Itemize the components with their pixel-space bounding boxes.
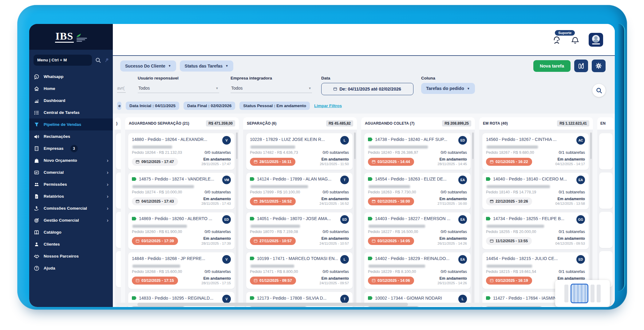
sidebar-item-catalogo[interactable]: Catálogo: [29, 226, 113, 238]
filter-chip-data-final: Data Final : 02/02/2026: [184, 102, 235, 110]
redacted-company-line: [132, 265, 180, 268]
sidebar-item-dashboard[interactable]: Dashboard: [29, 95, 113, 107]
user-avatar[interactable]: [589, 33, 603, 47]
order-value: Pedido 18240 - R$ 26.386,97: [368, 150, 418, 155]
column-scrollbar[interactable]: [472, 132, 474, 305]
notifications-button[interactable]: [571, 35, 579, 44]
avatar-photo: [592, 35, 600, 43]
date-range-input[interactable]: De: 04/11/2025 até 02/02/2026: [321, 83, 413, 95]
subtasks-count: 0/1 subtarefas: [559, 190, 585, 194]
pin-icon[interactable]: [105, 58, 109, 63]
task-card[interactable]: [116, 212, 121, 248]
horizontal-scrollbar-thumb[interactable]: [137, 303, 408, 306]
sidebar-item-ajuda[interactable]: Ajuda: [29, 262, 113, 274]
task-card[interactable]: [599, 173, 613, 209]
sidebar-item-clientes[interactable]: Clientes: [29, 238, 113, 250]
responsible-select[interactable]: Todos▼: [138, 84, 219, 93]
card-title: 14738 - Pedido - 18240 - ALFF SUP...: [375, 136, 456, 142]
sidebar-item-label: Nossos Parceiros: [44, 254, 79, 258]
task-card[interactable]: 14402 - Pedido - 18229 - REINALDO...EA P…: [364, 252, 471, 289]
column-scrollbar[interactable]: [236, 132, 238, 305]
task-card[interactable]: 10199 - 17471 - MARCELO TOMASI EN...L Pe…: [246, 252, 353, 289]
support-button[interactable]: Suporte: [552, 35, 562, 45]
megaphone-icon: [34, 134, 40, 139]
flag-icon: [486, 177, 491, 181]
flag-icon: [250, 296, 255, 300]
task-card[interactable]: 14124 - Pedido - 17899 - ALAN MAG...T Pe…: [246, 173, 353, 209]
sidebar-item-permissoes[interactable]: Permissões ›: [29, 178, 113, 190]
task-card[interactable]: 14560 - Pedido - 18267 - CINTHIA ...AC P…: [482, 133, 589, 170]
keyword-input[interactable]: avr(: [117, 86, 126, 93]
sidebar-item-home[interactable]: Home: [29, 83, 113, 95]
flag-icon: [250, 177, 255, 181]
task-card[interactable]: [116, 251, 121, 287]
menu-shortcut[interactable]: Menu | Ctrl + M: [34, 55, 92, 66]
task-card[interactable]: 14403 - Pedido - 18227 - EMERSON ...EA P…: [364, 212, 471, 249]
task-card[interactable]: 14869 - Pedido - 18260 - ALBERTO ...ED P…: [128, 212, 235, 249]
sidebar-item-central-de-tarefas[interactable]: Central de Tarefas: [29, 107, 113, 118]
assignee-avatar: GG: [576, 215, 585, 224]
task-card[interactable]: 14880 - Pedido - 18264 - ALEXANDR...V Pe…: [128, 133, 235, 170]
filter-panel: Sucesso Do Cliente▼ Status das Tarefas▼ …: [113, 56, 615, 114]
due-date-pill: 02/12/2025 - 16:00: [368, 197, 414, 205]
task-card[interactable]: 14051 - Pedido - 18070 - JOSE AMA...ED P…: [246, 212, 353, 249]
status-date: 26/11/2025 - 11:50: [320, 162, 349, 166]
assignee-avatar: T: [340, 295, 349, 303]
sidebar-item-nossos-parceiros[interactable]: Nossos Parceiros: [29, 250, 113, 262]
columns-icon: [578, 63, 585, 69]
sidebar-item-empresas[interactable]: Empresas 3: [29, 142, 113, 154]
column-select[interactable]: Tarefas do pedido▼: [421, 83, 475, 94]
due-date-pill: 27/11/2025 - 10:57: [250, 237, 296, 245]
dropdown-sucesso-do-cliente[interactable]: Sucesso Do Cliente▼: [120, 60, 176, 72]
sidebar-item-whatsapp[interactable]: Whatsapp: [29, 71, 113, 83]
column-scrollbar[interactable]: [590, 132, 592, 305]
flag-icon: [250, 257, 255, 260]
status-date: 24/11/2025 - 16:52: [319, 201, 349, 206]
sidebar-item-relatorios[interactable]: Relatórios ›: [29, 190, 113, 202]
task-card[interactable]: [116, 173, 121, 209]
column-title: EM ROTA (40): [483, 121, 508, 126]
sidebar-item-comissoes-comercial[interactable]: Comissões Comercial ›: [29, 202, 113, 214]
clear-filters-link[interactable]: Limpar Filtros: [314, 103, 342, 108]
sidebar-item-novo-orcamento[interactable]: Novo Orçamento ›: [29, 154, 113, 166]
redacted-company-line: [251, 265, 294, 268]
task-card[interactable]: [116, 133, 121, 169]
app-window: IBS Menu | Ctrl + M Whatsapp Home: [29, 24, 615, 307]
chevron-right-icon: ›: [107, 182, 109, 187]
calendar-icon: [334, 87, 337, 91]
calendar-icon: [136, 279, 139, 282]
assignee-avatar: V: [222, 255, 231, 264]
calendar-icon: [490, 279, 493, 282]
task-card[interactable]: [599, 133, 613, 169]
search-icon[interactable]: [95, 57, 101, 63]
column-total-badge: R$ 45.485,82: [326, 120, 353, 126]
apply-search-button[interactable]: [592, 84, 606, 97]
task-card[interactable]: 14554 - Pedido - 18263 - ELIZE DE...EA P…: [364, 173, 471, 209]
order-value: Pedido 18229 - R$ 8.100,00: [368, 270, 416, 274]
task-card[interactable]: 14040 - Pedido - 18140 - CICERO M...EA P…: [482, 173, 589, 209]
card-title: 10199 - 17471 - MARCELO TOMASI EN...: [257, 255, 338, 261]
sidebar-item-reclamacoes[interactable]: Reclamações: [29, 130, 113, 142]
whatsapp-icon: [34, 74, 40, 80]
sidebar-item-pipeline-de-vendas[interactable]: Pipeline de Vendas: [29, 118, 113, 130]
subtasks-count: 0/0 subtarefas: [441, 229, 467, 234]
task-card[interactable]: 14848 - Pedido - 18268 - JP REPRE...V Pe…: [128, 252, 235, 289]
task-card[interactable]: 10228 - 17829 - LUIZ JOSE KLEIN R...L Pe…: [246, 133, 353, 170]
chevron-right-icon: ›: [107, 206, 109, 211]
sidebar-item-gestao-comercial[interactable]: Gestão Comercial ›: [29, 214, 113, 226]
sidebar-item-comercial[interactable]: Comercial ›: [29, 166, 113, 178]
toggle-columns-button[interactable]: [574, 60, 588, 72]
task-card[interactable]: 14738 - Pedido - 18240 - ALFF SUP...ED P…: [364, 133, 471, 170]
settings-button[interactable]: [592, 60, 606, 72]
column-scrollbar[interactable]: [354, 132, 356, 305]
task-card[interactable]: 14734 - Pedido - 18255 - FELIPE B...GG P…: [482, 212, 589, 249]
scrollbar-magnifier-overlay[interactable]: [555, 280, 610, 307]
column-title: EN: [600, 121, 606, 126]
status-label: Em andamento: [321, 196, 349, 201]
task-card[interactable]: [599, 212, 613, 248]
integrator-select[interactable]: Todos▼: [231, 84, 312, 93]
new-task-button[interactable]: Nova tarefa: [533, 60, 571, 72]
task-card[interactable]: 14875 - Pedido - 18274 - VANDERLE...VM P…: [128, 173, 235, 209]
dropdown-status-das-tarefas[interactable]: Status das Tarefas▼: [180, 60, 233, 72]
logo: IBS: [29, 24, 113, 50]
